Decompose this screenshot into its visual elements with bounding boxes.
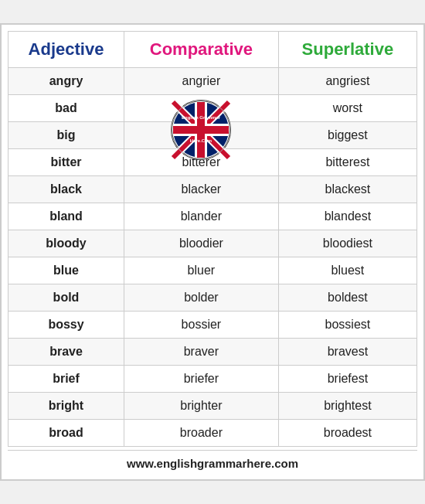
cell-adjective: big: [8, 122, 124, 149]
table-row: boldbolderboldest: [8, 284, 417, 312]
table-row: badworseworst: [8, 95, 417, 122]
cell-comparative: angrier: [124, 68, 279, 95]
cell-adjective: bad: [8, 95, 124, 122]
cell-comparative: worse: [124, 95, 279, 122]
table-row: blandblanderblandest: [8, 203, 417, 230]
cell-adjective: bossy: [8, 312, 124, 339]
cell-superlative: bitterest: [278, 149, 416, 176]
cell-comparative: bolder: [124, 284, 279, 312]
svg-rect-9: [173, 126, 229, 134]
cell-comparative: briefer: [124, 366, 279, 393]
cell-comparative: blander: [124, 203, 279, 230]
cell-adjective: brief: [8, 366, 124, 393]
footer-url: www.englishgrammarhere.com: [8, 450, 417, 473]
cell-adjective: bright: [8, 393, 124, 420]
cell-adjective: bloody: [8, 230, 124, 257]
cell-adjective: broad: [8, 420, 124, 447]
table-row: angryangrierangriest: [8, 68, 417, 95]
table-row: bravebraverbravest: [8, 339, 417, 366]
header-adjective: Adjective: [8, 32, 124, 68]
adjective-table: Adjective Comparative Superlative angrya…: [8, 31, 417, 447]
cell-superlative: bossiest: [278, 312, 416, 339]
cell-adjective: black: [8, 176, 124, 203]
cell-comparative: braver: [124, 339, 279, 366]
svg-rect-7: [173, 124, 229, 136]
cell-comparative: bluer: [124, 257, 279, 284]
cell-adjective: bland: [8, 203, 124, 230]
table-row: bitterbittererbitterest: [8, 149, 417, 176]
cell-superlative: worst: [278, 95, 416, 122]
table-row: blackblackerblackest: [8, 176, 417, 203]
cell-superlative: blackest: [278, 176, 416, 203]
cell-superlative: broadest: [278, 420, 416, 447]
table-row: bloodybloodierbloodiest: [8, 230, 417, 257]
cell-superlative: bluest: [278, 257, 416, 284]
table-row: bluebluerbluest: [8, 257, 417, 284]
table-row: broadbroaderbroadest: [8, 420, 417, 447]
cell-superlative: brightest: [278, 393, 416, 420]
cell-comparative: broader: [124, 420, 279, 447]
header-comparative: Comparative: [124, 32, 279, 68]
svg-text:Here.Com: Here.Com: [190, 138, 212, 143]
cell-adjective: bitter: [8, 149, 124, 176]
cell-comparative: bloodier: [124, 230, 279, 257]
cell-adjective: brave: [8, 339, 124, 366]
table-row: brightbrighterbrightest: [8, 393, 417, 420]
cell-adjective: angry: [8, 68, 124, 95]
cell-superlative: briefest: [278, 366, 416, 393]
header-superlative: Superlative: [278, 32, 416, 68]
cell-superlative: boldest: [278, 284, 416, 312]
table-row: bigbigger English Grammar Here.Com bigge…: [8, 122, 417, 149]
cell-superlative: biggest: [278, 122, 416, 149]
cell-adjective: bold: [8, 284, 124, 312]
cell-superlative: angriest: [278, 68, 416, 95]
cell-comparative: blacker: [124, 176, 279, 203]
table-row: bossybossierbossiest: [8, 312, 417, 339]
cell-superlative: bravest: [278, 339, 416, 366]
table-row: briefbrieferbriefest: [8, 366, 417, 393]
cell-superlative: bloodiest: [278, 230, 416, 257]
cell-superlative: blandest: [278, 203, 416, 230]
card: Adjective Comparative Superlative angrya…: [0, 23, 425, 481]
cell-comparative: brighter: [124, 393, 279, 420]
cell-adjective: blue: [8, 257, 124, 284]
cell-comparative: bossier: [124, 312, 279, 339]
cell-comparative: bigger English Grammar Here.Com: [124, 122, 279, 149]
cell-comparative: bitterer: [124, 149, 279, 176]
